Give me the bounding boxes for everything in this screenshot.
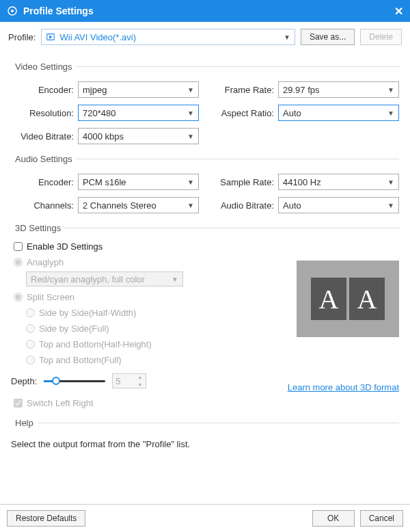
aspect-label: Aspect Ratio: bbox=[211, 108, 274, 118]
tb-half-radio bbox=[26, 340, 35, 349]
sbs-half-radio bbox=[26, 308, 35, 317]
delete-button: Delete bbox=[360, 29, 402, 45]
chevron-down-icon: ▼ bbox=[187, 202, 194, 209]
split-screen-label: Split Screen bbox=[27, 292, 74, 302]
chevron-down-icon: ▼ bbox=[172, 276, 178, 283]
aspect-select[interactable]: Auto▼ bbox=[278, 105, 399, 121]
video-bitrate-label: Video Bitrate: bbox=[11, 131, 74, 142]
resolution-label: Resolution: bbox=[11, 108, 74, 118]
video-encoder-label: Encoder: bbox=[11, 85, 74, 95]
audio-bitrate-select[interactable]: Auto▼ bbox=[278, 197, 399, 213]
anaglyph-select: Red/cyan anaglyph, full color▼ bbox=[26, 271, 183, 287]
depth-label: Depth: bbox=[11, 376, 37, 386]
channels-label: Channels: bbox=[11, 200, 74, 211]
save-as-button[interactable]: Save as... bbox=[301, 29, 355, 45]
split-screen-radio bbox=[14, 293, 23, 302]
framerate-label: Frame Rate: bbox=[211, 85, 274, 95]
resolution-select[interactable]: 720*480▼ bbox=[78, 105, 199, 121]
audio-legend: Audio Settings bbox=[11, 154, 77, 164]
ok-button[interactable]: OK bbox=[312, 510, 355, 527]
chevron-up-icon: ▲ bbox=[137, 375, 144, 380]
profile-label: Profile: bbox=[8, 32, 36, 42]
audio-encoder-label: Encoder: bbox=[11, 177, 74, 187]
chevron-down-icon: ▼ bbox=[187, 86, 194, 94]
video-encoder-select[interactable]: mjpeg▼ bbox=[78, 81, 199, 98]
video-settings: Video Settings Encoder: mjpeg▼ Frame Rat… bbox=[11, 62, 399, 144]
help-legend: Help bbox=[11, 418, 38, 428]
topbar: Profile: Wii AVI Video(*.avi) ▼ Save as.… bbox=[0, 22, 410, 52]
footer: Restore Defaults OK Cancel bbox=[0, 504, 410, 532]
video-bitrate-select[interactable]: 4000 kbps▼ bbox=[78, 128, 199, 144]
enable-3d-label: Enable 3D Settings bbox=[27, 241, 102, 252]
samplerate-label: Sample Rate: bbox=[211, 177, 274, 187]
chevron-down-icon: ▼ bbox=[187, 178, 194, 186]
chevron-down-icon: ▼ bbox=[187, 109, 194, 117]
learn-3d-link[interactable]: Learn more about 3D format bbox=[288, 382, 399, 393]
3d-preview: A A bbox=[297, 261, 399, 337]
chevron-down-icon: ▼ bbox=[187, 133, 194, 140]
depth-spinner: 5 ▲▼ bbox=[112, 373, 146, 388]
samplerate-select[interactable]: 44100 Hz▼ bbox=[278, 174, 399, 190]
help-text: Select the output format from the "Profi… bbox=[11, 439, 399, 449]
switch-lr-checkbox bbox=[14, 399, 23, 408]
video-file-icon bbox=[46, 32, 55, 42]
switch-lr-label: Switch Left Right bbox=[27, 398, 94, 408]
chevron-down-icon: ▼ bbox=[284, 34, 290, 41]
content: Video Settings Encoder: mjpeg▼ Frame Rat… bbox=[0, 52, 410, 504]
close-icon[interactable]: ✕ bbox=[394, 5, 403, 18]
3d-settings: 3D Settings Enable 3D Settings Anaglyph … bbox=[11, 223, 399, 408]
anaglyph-radio bbox=[14, 258, 23, 267]
app-icon bbox=[7, 5, 18, 16]
video-legend: Video Settings bbox=[11, 62, 77, 72]
anaglyph-label: Anaglyph bbox=[27, 257, 64, 267]
chevron-down-icon: ▼ bbox=[387, 86, 394, 94]
window-title: Profile Settings bbox=[23, 5, 94, 16]
chevron-down-icon: ▼ bbox=[137, 382, 144, 387]
framerate-select[interactable]: 29.97 fps▼ bbox=[278, 81, 399, 98]
profile-select-value: Wii AVI Video(*.avi) bbox=[59, 32, 136, 42]
svg-point-1 bbox=[11, 10, 14, 12]
audio-encoder-select[interactable]: PCM s16le▼ bbox=[78, 174, 199, 190]
cancel-button[interactable]: Cancel bbox=[360, 510, 403, 527]
profile-select[interactable]: Wii AVI Video(*.avi) ▼ bbox=[41, 29, 295, 45]
3d-legend: 3D Settings bbox=[11, 223, 65, 233]
depth-slider[interactable] bbox=[44, 375, 105, 386]
restore-defaults-button[interactable]: Restore Defaults bbox=[7, 510, 85, 527]
chevron-down-icon: ▼ bbox=[387, 109, 394, 117]
chevron-down-icon: ▼ bbox=[387, 178, 394, 186]
audio-bitrate-label: Audio Bitrate: bbox=[211, 200, 274, 211]
tb-full-radio bbox=[26, 356, 35, 364]
titlebar: Profile Settings ✕ bbox=[0, 0, 410, 22]
channels-select[interactable]: 2 Channels Stereo▼ bbox=[78, 197, 199, 213]
help-section: Help Select the output format from the "… bbox=[11, 418, 399, 449]
svg-marker-3 bbox=[50, 35, 53, 38]
sbs-full-radio bbox=[26, 324, 35, 333]
audio-settings: Audio Settings Encoder: PCM s16le▼ Sampl… bbox=[11, 154, 399, 213]
enable-3d-checkbox[interactable] bbox=[14, 242, 23, 251]
chevron-down-icon: ▼ bbox=[387, 202, 394, 209]
